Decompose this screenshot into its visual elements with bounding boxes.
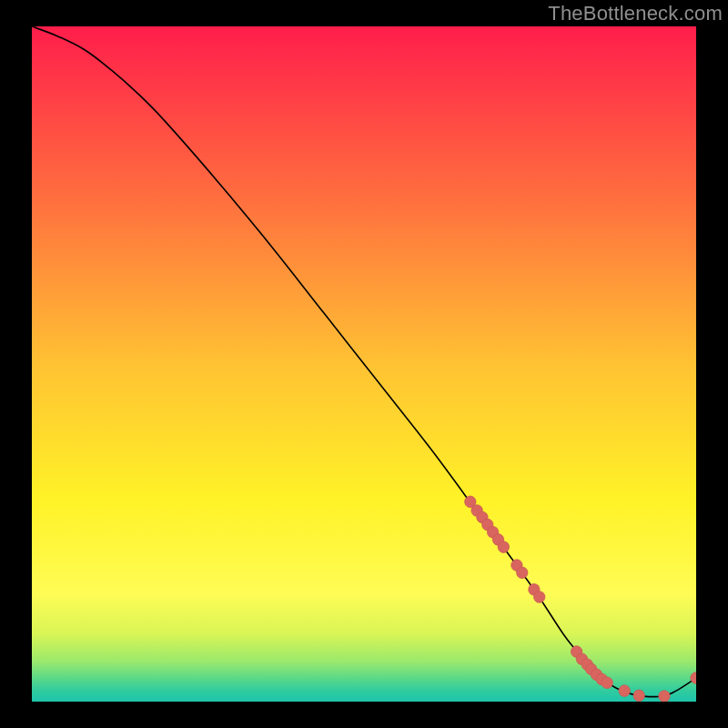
chart-plot xyxy=(32,26,696,702)
watermark-text: TheBottleneck.com xyxy=(548,2,723,25)
data-marker xyxy=(619,685,630,697)
chart-container: TheBottleneck.com xyxy=(0,0,728,728)
data-marker xyxy=(517,567,528,579)
data-marker xyxy=(534,592,545,603)
data-marker xyxy=(498,541,509,553)
data-marker xyxy=(659,691,670,702)
data-marker xyxy=(602,677,612,689)
data-marker xyxy=(633,690,644,702)
